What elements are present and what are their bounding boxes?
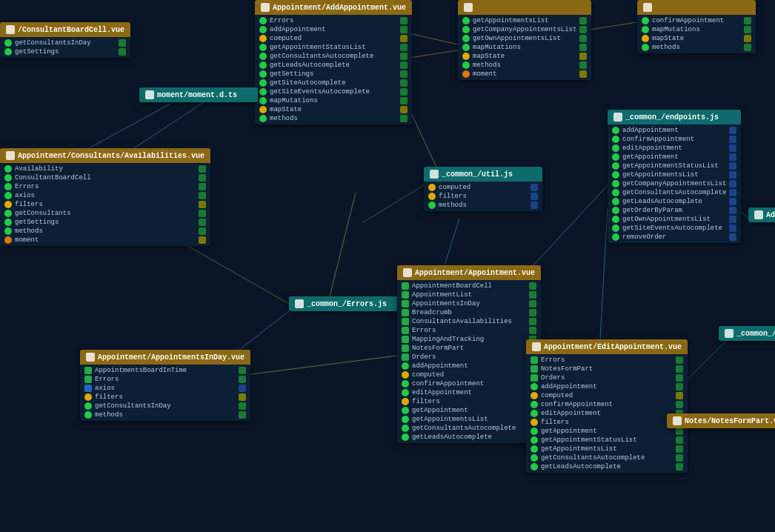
row-label: getLeadsAutocomplete xyxy=(541,463,621,471)
node-row: getSettings xyxy=(255,70,412,79)
row-label: getSiteAutocomplete xyxy=(270,79,346,87)
node-row: AppointmentList xyxy=(397,290,541,299)
file-icon xyxy=(430,170,439,179)
file-icon xyxy=(6,25,15,34)
row-icon xyxy=(402,389,409,396)
row-icon xyxy=(402,433,409,441)
row-label: AppointmentsBoardInTime xyxy=(95,367,187,374)
row-label: Errors xyxy=(270,17,293,24)
node-row: addAppointment xyxy=(608,126,741,135)
row-badge xyxy=(400,26,408,33)
node-row: getAppointment xyxy=(397,406,541,415)
row-icon xyxy=(612,225,619,232)
row-icon xyxy=(530,374,538,382)
node-row: computed xyxy=(255,34,412,43)
node-header: /ConsultantBoardCell.vue xyxy=(0,22,130,37)
node-body: addAppointment confirmAppointment editAp… xyxy=(608,124,741,243)
row-icon xyxy=(530,356,538,364)
file-icon xyxy=(643,3,652,12)
node-row: confirmAppointment xyxy=(397,379,541,388)
row-badge xyxy=(400,88,408,96)
row-icon xyxy=(4,174,12,182)
row-badge xyxy=(530,184,538,191)
row-label: getAppointmentStatusList xyxy=(270,44,366,51)
row-badge xyxy=(199,210,206,217)
row-icon xyxy=(462,61,470,69)
row-label: getOrderByParam xyxy=(622,207,682,214)
row-icon xyxy=(530,383,538,390)
node-header: _common_/endpoints.js xyxy=(608,110,741,124)
row-icon xyxy=(612,198,619,205)
row-icon xyxy=(530,392,538,399)
node-consultantBoardCell: /ConsultantBoardCell.vue getConsultantsI… xyxy=(0,22,130,58)
row-label: getConsultants xyxy=(15,210,71,217)
node-header: Admi xyxy=(748,207,775,222)
row-label: methods xyxy=(270,115,298,122)
node-row: MappingAndTracking xyxy=(397,335,541,344)
row-badge xyxy=(729,207,736,214)
node-row: addAppointment xyxy=(397,362,541,370)
row-icon xyxy=(259,26,267,33)
row-badge xyxy=(199,183,206,190)
node-header xyxy=(637,0,756,15)
row-icon xyxy=(84,376,92,383)
row-label: getCompanyAppointmentsList xyxy=(622,180,726,187)
file-icon xyxy=(754,210,763,219)
row-label: getSiteEventsAutocomplete xyxy=(622,225,722,232)
svg-line-2 xyxy=(330,193,356,296)
row-icon xyxy=(530,428,538,435)
row-label: getConsultantsAutocomplete xyxy=(270,53,373,60)
row-badge xyxy=(729,180,736,187)
row-badge xyxy=(400,61,408,69)
row-label: mapState xyxy=(473,53,505,60)
row-badge xyxy=(676,356,683,364)
node-body: getConsultantsInDay getSettings xyxy=(0,37,130,58)
row-label: removeOrder xyxy=(622,233,666,241)
row-label: getOwnAppointmentsList xyxy=(622,216,711,223)
node-row: ConsultantBoardCell xyxy=(0,173,210,182)
row-icon xyxy=(402,425,409,432)
row-icon xyxy=(612,207,619,214)
row-label: AppointmentBoardCell xyxy=(412,282,492,290)
file-icon xyxy=(725,329,734,338)
row-icon xyxy=(4,39,12,47)
row-badge xyxy=(676,392,683,399)
row-label: getLeadsAutocomplete xyxy=(412,433,492,441)
row-label: getAppointment xyxy=(412,407,468,414)
row-label: addAppointment xyxy=(541,383,597,390)
node-header: Appointment/AppointmentsInDay.vue xyxy=(80,350,250,365)
row-label: methods xyxy=(95,411,123,419)
row-icon xyxy=(402,309,409,316)
row-badge xyxy=(676,383,683,390)
row-badge xyxy=(529,291,536,299)
row-icon xyxy=(612,189,619,196)
row-label: getAppointmentsList xyxy=(473,17,549,24)
row-label: filters xyxy=(412,398,440,405)
node-row: mapMutations xyxy=(637,25,756,34)
row-label: mapMutations xyxy=(270,97,318,104)
node-momentTs: moment/moment.d.ts xyxy=(139,87,258,102)
node-row: getAppointmentsList xyxy=(608,170,741,179)
row-icon xyxy=(4,219,12,226)
node-body: Availability ConsultantBoardCell Errors … xyxy=(0,163,210,246)
row-badge xyxy=(729,153,736,161)
row-icon xyxy=(612,153,619,161)
row-label: getCompanyAppointmentsList xyxy=(473,26,576,33)
node-header: _common_/util.js xyxy=(424,167,542,182)
svg-line-8 xyxy=(600,207,608,339)
row-label: getAppointment xyxy=(622,153,679,161)
node-row: addAppointment xyxy=(526,382,688,391)
row-label: AppointmentsInDay xyxy=(412,300,480,307)
node-row: getAppointmentsList xyxy=(526,445,688,453)
row-label: computed xyxy=(412,371,444,379)
node-title: moment/moment.d.ts xyxy=(157,91,237,99)
row-badge xyxy=(676,401,683,408)
svg-line-7 xyxy=(533,185,608,265)
node-header: Appointment/Appointment.vue xyxy=(397,265,541,280)
node-row: Errors xyxy=(80,375,250,384)
node-title: /ConsultantBoardCell.vue xyxy=(18,26,124,34)
node-row: methods xyxy=(637,43,756,52)
row-label: methods xyxy=(439,202,467,209)
row-label: confirmAppointment xyxy=(652,17,724,24)
row-icon xyxy=(259,35,267,42)
